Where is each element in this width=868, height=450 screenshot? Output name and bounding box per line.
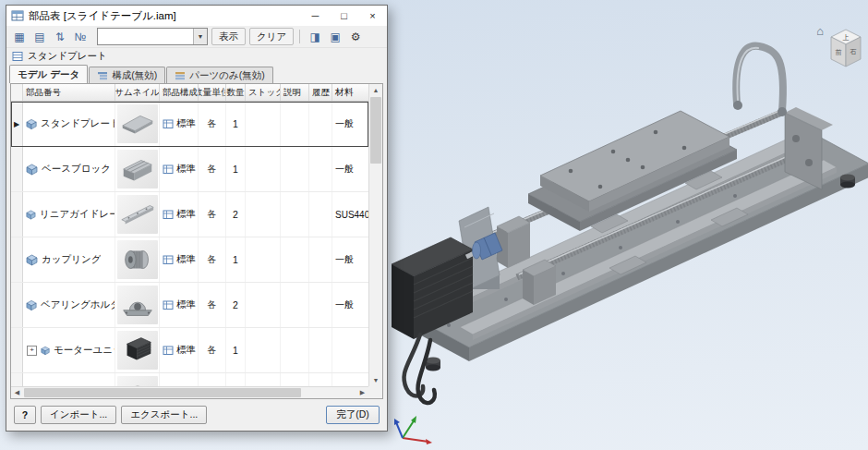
bom-structure-cell[interactable]: 標準 [160,283,199,327]
part-number-cell[interactable]: + モーターユニット [23,328,115,372]
qty-cell[interactable]: 1 [226,147,246,191]
stock-number-cell[interactable] [246,192,281,237]
material-cell[interactable]: 一般 [332,147,368,191]
part-number-cell[interactable]: ベースブロック [23,147,115,191]
sort-icon[interactable]: ⇅ [51,28,69,45]
unit-qty-cell[interactable]: 各 [199,102,226,146]
horizontal-scrollbar-thumb[interactable] [24,388,301,397]
row-selector[interactable]: ▶ [11,102,23,146]
horizontal-scrollbar[interactable]: ◀ ▶ [11,386,368,398]
part-number-cell[interactable]: ベアリングホルダ [23,283,115,327]
description-cell[interactable] [281,328,309,372]
table-row[interactable]: ベースブロック 標準 各 1 [11,147,368,192]
settings-gear-icon[interactable]: ⚙ [346,28,365,45]
scroll-left-icon[interactable]: ◀ [11,387,23,398]
bom-structure-cell[interactable]: 標準 [160,192,199,237]
column-header-material[interactable]: 材料 [332,84,368,101]
row-selector[interactable] [11,237,23,282]
scroll-down-icon[interactable]: ▼ [369,374,382,386]
filter-combobox[interactable]: ▼ [97,28,208,45]
minimize-button[interactable]: ─ [301,6,330,26]
part-number-cell[interactable]: スタンドプレート [23,102,115,146]
material-cell[interactable] [332,328,368,372]
viewcube-home-icon[interactable]: ⌂ [816,24,824,38]
export-view-icon[interactable]: ▣ [326,28,344,45]
dialog-titlebar[interactable]: 部品表 [スライドテーブル.iam] ─ □ × [6,6,387,26]
row-selector[interactable] [11,373,23,386]
description-cell[interactable] [281,237,309,282]
bom-structure-cell[interactable]: 標準 [160,237,199,282]
column-chooser-icon[interactable]: ▤ [30,28,49,45]
bom-structure-cell[interactable]: 標準 [160,147,199,191]
unit-qty-cell[interactable]: 各 [199,373,226,386]
chevron-down-icon[interactable]: ▼ [193,29,207,44]
viewcube[interactable]: 上 前 右 [824,26,868,74]
column-header-bom-structure[interactable]: 部品構成 [160,84,199,101]
stock-number-cell[interactable] [246,283,281,327]
stock-number-cell[interactable] [246,147,281,191]
help-button[interactable]: ? [14,406,36,424]
description-cell[interactable] [281,283,309,327]
done-button[interactable]: 完了(D) [326,406,380,424]
vertical-scrollbar-thumb[interactable] [370,97,381,164]
qty-cell[interactable]: 1 [226,102,246,146]
unit-qty-cell[interactable]: 各 [199,328,226,372]
description-cell[interactable] [281,102,309,146]
thumbnail-cell[interactable] [115,373,160,386]
maximize-button[interactable]: □ [330,6,358,26]
material-cell[interactable]: 一般 [332,237,368,282]
table-row[interactable]: ▶ スタンドプレート 標準 各 1 [11,102,368,147]
history-cell[interactable] [309,147,332,191]
show-button[interactable]: 表示 [211,28,246,45]
part-number-cell[interactable]: リニアガイドレール [23,192,115,237]
row-selector[interactable] [11,283,23,327]
scroll-right-icon[interactable]: ▶ [356,387,368,398]
unit-qty-cell[interactable]: 各 [199,147,226,191]
stock-number-cell[interactable] [246,373,281,386]
qty-cell[interactable]: 4 [226,373,246,386]
table-row[interactable]: + モーターユニット 標準 [11,328,368,373]
bom-structure-cell[interactable]: 標準 [160,328,199,372]
thumbnail-cell[interactable] [115,283,160,327]
cell-edit-bar[interactable]: スタンドプレート [6,48,387,65]
row-selector[interactable] [11,328,23,372]
description-cell[interactable] [281,192,309,237]
qty-cell[interactable]: 2 [226,192,246,237]
thumbnail-cell[interactable] [115,147,160,191]
history-cell[interactable] [309,102,332,146]
row-selector[interactable] [11,147,23,191]
part-number-merge-icon[interactable]: ◨ [306,28,324,45]
renumber-items-icon[interactable]: № [71,28,90,45]
thumbnail-cell[interactable] [115,192,160,237]
bom-structure-cell[interactable]: 標準 [160,373,199,386]
description-cell[interactable] [281,373,309,386]
part-number-cell[interactable]: カップリング [23,237,115,282]
stock-number-cell[interactable] [246,328,281,372]
tab-parts-only[interactable]: パーツのみ(無効) [166,67,272,83]
unit-qty-cell[interactable]: 各 [199,237,226,282]
table-row[interactable]: カップリング 標準 各 [11,237,368,283]
description-cell[interactable] [281,147,309,191]
column-header-unit-qty[interactable]: 数量単位 [199,84,226,101]
history-cell[interactable] [309,192,332,237]
viewcube-front-label[interactable]: 前 [836,49,842,55]
material-cell[interactable]: 一般 [332,283,368,327]
export-button[interactable]: エクスポート... [121,406,207,424]
thumbnail-cell[interactable] [115,328,160,372]
column-header-description[interactable]: 説明 [281,84,309,101]
history-cell[interactable] [309,283,332,327]
viewcube-top-label[interactable]: 上 [843,34,850,41]
history-cell[interactable] [309,373,332,386]
column-header-history[interactable]: 履歴 [309,84,332,101]
column-header-part-number[interactable]: 部品番号 [23,84,115,101]
tab-structured[interactable]: 構成(無効) [89,67,165,83]
viewcube-right-label[interactable]: 右 [850,48,857,55]
bom-views-icon[interactable]: ▦ [10,28,29,45]
bom-structure-cell[interactable]: 標準 [160,102,199,146]
part-number-cell[interactable]: ゴム脚 [23,373,115,386]
table-row[interactable]: リニアガイドレール 標準 各 2 SUS44 [11,192,368,237]
material-cell[interactable]: ゴム [332,373,368,386]
table-row[interactable]: ベアリングホルダ 標準 各 2 [11,283,368,328]
column-header-qty[interactable]: 数量 [226,84,246,101]
stock-number-cell[interactable] [246,102,281,146]
